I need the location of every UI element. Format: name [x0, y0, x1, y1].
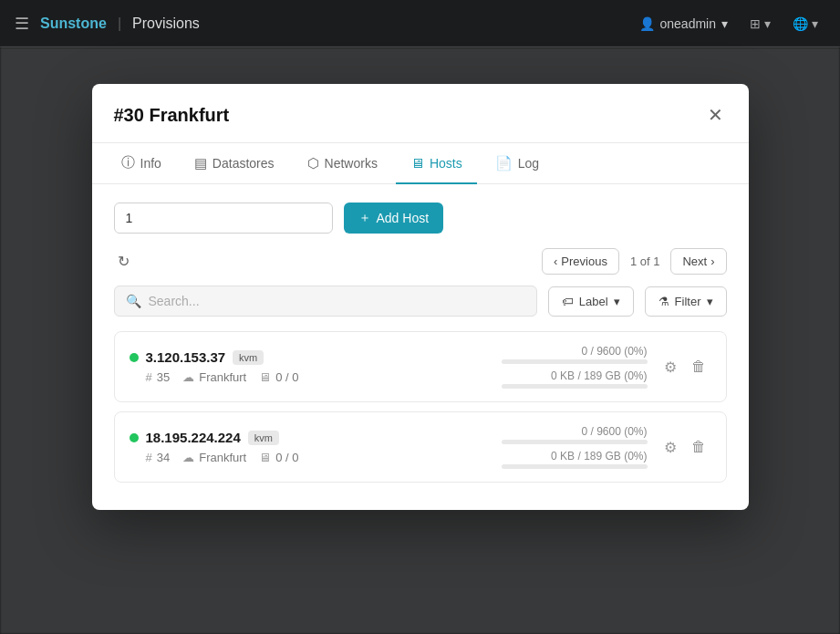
- host-metrics: 0 / 9600 (0%) 0 KB / 189 GB (0%): [502, 345, 648, 389]
- page-info: 1 of 1: [627, 255, 664, 268]
- tab-log[interactable]: 📄 Log: [481, 143, 554, 184]
- networks-tab-icon: ⬡: [307, 155, 319, 171]
- filter-icon: ⚗: [659, 295, 669, 308]
- label-chevron: ▾: [614, 295, 620, 308]
- filter-btn-text: Filter: [675, 295, 701, 308]
- host-actions: ⚙ 🗑: [659, 353, 711, 381]
- mem-metric-label: 0 KB / 189 GB (0%): [551, 450, 647, 463]
- label-filter-button[interactable]: 🏷 Label ▾: [548, 286, 634, 317]
- user-icon: 👤: [639, 16, 655, 31]
- modal-close-button[interactable]: ✕: [704, 102, 727, 128]
- grid-chevron: ▾: [764, 16, 771, 31]
- mem-bar-bg: [502, 384, 648, 389]
- datastores-tab-icon: ▤: [194, 155, 207, 171]
- add-host-row: ＋ Add Host: [114, 203, 727, 234]
- language-menu[interactable]: 🌐 ▾: [785, 13, 825, 35]
- hosts-tab-icon: 🖥: [410, 155, 424, 171]
- navbar: ☰ Sunstone | Provisions 👤 oneadmin ▾ ⊞ ▾…: [0, 0, 840, 47]
- label-icon: 🏷: [562, 295, 574, 308]
- host-id: 34: [157, 451, 170, 464]
- modal-header: #30 Frankfurt ✕: [92, 84, 749, 143]
- search-filter-row: 🔍 🏷 Label ▾ ⚗ Filter ▾: [114, 286, 727, 317]
- host-location: Frankfurt: [199, 451, 246, 464]
- modal: #30 Frankfurt ✕ ⓘ Info ▤ Datastores ⬡ Ne…: [92, 84, 749, 510]
- grid-menu[interactable]: ⊞ ▾: [742, 13, 778, 35]
- navbar-right: 👤 oneadmin ▾ ⊞ ▾ 🌐 ▾: [632, 13, 826, 35]
- tab-datastores[interactable]: ▤ Datastores: [180, 143, 289, 184]
- info-tab-icon: ⓘ: [121, 154, 135, 171]
- host-right: 0 / 9600 (0%) 0 KB / 189 GB (0%): [502, 425, 711, 469]
- lang-chevron: ▾: [812, 16, 818, 31]
- host-actions: ⚙ 🗑: [659, 433, 711, 462]
- host-location: Frankfurt: [199, 370, 246, 384]
- add-host-button[interactable]: ＋ Add Host: [344, 203, 444, 234]
- mem-bar-bg: [502, 464, 648, 469]
- add-host-label: Add Host: [377, 211, 430, 225]
- next-button[interactable]: Next ›: [670, 248, 726, 275]
- host-location-item: ☁ Frankfurt: [182, 451, 246, 464]
- info-tab-label: Info: [140, 156, 161, 171]
- add-host-icon: ＋: [358, 210, 371, 226]
- host-location-icon: ☁: [182, 370, 194, 384]
- mem-metric-row: 0 KB / 189 GB (0%): [502, 369, 648, 389]
- host-meta-row: # 34 ☁ Frankfurt 🖥 0 / 0: [130, 451, 299, 464]
- host-name-row: 18.195.224.224 kvm: [130, 430, 299, 445]
- host-left: 3.120.153.37 kvm # 35 ☁ Frankfurt: [130, 349, 299, 384]
- host-status-dot: [130, 433, 139, 442]
- host-ip: 18.195.224.224: [146, 430, 241, 445]
- host-vm-icon: 🖥: [259, 370, 271, 384]
- cpu-metric-label: 0 / 9600 (0%): [581, 425, 647, 438]
- host-vm-icon: 🖥: [259, 451, 271, 464]
- modal-overlay: #30 Frankfurt ✕ ⓘ Info ▤ Datastores ⬡ Ne…: [0, 47, 840, 634]
- hosts-list: 3.120.153.37 kvm # 35 ☁ Frankfurt: [114, 331, 727, 483]
- host-id-item: # 34: [146, 451, 171, 464]
- host-id-item: # 35: [146, 370, 171, 384]
- host-vm-item: 🖥 0 / 0: [259, 451, 298, 464]
- tab-networks[interactable]: ⬡ Networks: [293, 143, 392, 184]
- host-settings-button[interactable]: ⚙: [659, 353, 682, 381]
- host-count-input[interactable]: [114, 203, 333, 234]
- host-settings-button[interactable]: ⚙: [659, 433, 682, 462]
- controls-row: ↻ ‹ Previous 1 of 1 Next ›: [114, 248, 727, 275]
- host-vm-item: 🖥 0 / 0: [259, 370, 298, 384]
- host-id-icon: #: [146, 451, 152, 464]
- globe-icon: 🌐: [793, 16, 808, 31]
- tab-hosts[interactable]: 🖥 Hosts: [396, 143, 477, 184]
- host-right: 0 / 9600 (0%) 0 KB / 189 GB (0%): [502, 345, 711, 389]
- cpu-metric-row: 0 / 9600 (0%): [502, 345, 648, 364]
- host-id-icon: #: [146, 370, 152, 384]
- cpu-metric-label: 0 / 9600 (0%): [581, 345, 647, 358]
- pagination: ‹ Previous 1 of 1 Next ›: [542, 248, 727, 275]
- host-location-item: ☁ Frankfurt: [182, 370, 246, 384]
- search-input[interactable]: [149, 294, 525, 308]
- host-location-icon: ☁: [182, 451, 194, 464]
- page-title: Provisions: [132, 16, 200, 32]
- mem-metric-label: 0 KB / 189 GB (0%): [551, 369, 647, 382]
- tab-info[interactable]: ⓘ Info: [107, 143, 176, 184]
- host-name-row: 3.120.153.37 kvm: [130, 349, 299, 365]
- brand-link[interactable]: Sunstone: [40, 16, 107, 32]
- user-chevron: ▾: [721, 16, 728, 31]
- modal-body: ＋ Add Host ↻ ‹ Previous 1 of 1 Next ›: [92, 184, 749, 510]
- label-btn-text: Label: [579, 295, 608, 308]
- next-label: Next: [682, 255, 707, 268]
- host-status-dot: [130, 353, 139, 362]
- host-vm-count: 0 / 0: [275, 370, 298, 384]
- host-delete-button[interactable]: 🗑: [686, 353, 711, 381]
- menu-icon[interactable]: ☰: [15, 14, 29, 34]
- user-menu[interactable]: 👤 oneadmin ▾: [632, 13, 736, 35]
- modal-tabs: ⓘ Info ▤ Datastores ⬡ Networks 🖥 Hosts 📄…: [92, 143, 749, 184]
- cpu-bar-bg: [502, 359, 648, 364]
- refresh-button[interactable]: ↻: [114, 249, 133, 274]
- next-icon: ›: [710, 255, 714, 268]
- networks-tab-label: Networks: [325, 156, 378, 171]
- filter-button[interactable]: ⚗ Filter ▾: [645, 286, 727, 317]
- datastores-tab-label: Datastores: [213, 156, 275, 171]
- host-card: 18.195.224.224 kvm # 34 ☁ Frankfurt: [114, 411, 727, 483]
- host-card: 3.120.153.37 kvm # 35 ☁ Frankfurt: [114, 331, 727, 402]
- host-id: 35: [157, 370, 170, 384]
- host-badge: kvm: [248, 431, 279, 445]
- previous-button[interactable]: ‹ Previous: [542, 248, 619, 275]
- host-delete-button[interactable]: 🗑: [686, 433, 711, 462]
- grid-icon: ⊞: [750, 16, 761, 31]
